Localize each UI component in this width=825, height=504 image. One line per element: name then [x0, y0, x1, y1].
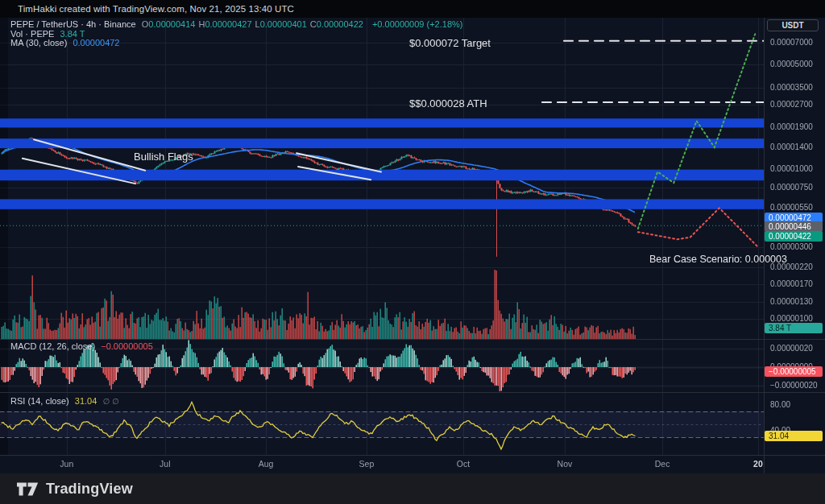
- rsi-hidden-plot-icons: ∅ ∅: [102, 397, 118, 406]
- last-price-tag: 0.00000422: [765, 231, 823, 242]
- time-axis-label: Aug: [259, 459, 274, 469]
- price-tick-label: 0.00000750: [770, 183, 813, 192]
- price-tick-label: 80.00: [770, 400, 790, 409]
- ohlc-value: 0.00000422: [317, 19, 363, 29]
- tradingview-chart-window: TimHakki created with TradingView.com, N…: [0, 0, 825, 504]
- price-tick-label: 0.00001400: [770, 143, 813, 151]
- ath-annotation[interactable]: $$0.000028 ATH: [409, 97, 487, 109]
- price-tick-label: 0.00000130: [770, 297, 813, 306]
- currency-toggle-button[interactable]: USDT: [767, 19, 819, 31]
- price-tick-label: 0.00005000: [770, 60, 813, 68]
- price-tick-label: 0.00000020: [770, 344, 813, 353]
- ma-legend-row[interactable]: MA (30, close) 0.00000472: [10, 38, 123, 48]
- ohlc-value: 0.00000427: [205, 19, 251, 29]
- rsi-value-tag: 31.04: [765, 431, 823, 441]
- ma-value: 0.00000472: [73, 38, 119, 48]
- rsi-label: RSI (14, close): [10, 396, 69, 406]
- rsi-legend-row[interactable]: RSI (14, close) 31.04 ∅ ∅: [10, 396, 122, 406]
- time-axis-label: Nov: [558, 459, 573, 469]
- price-tick-label: 0.00000220: [770, 262, 813, 271]
- volume-value-tag: 3.84 T: [765, 323, 823, 333]
- tradingview-logo-icon[interactable]: [17, 481, 39, 497]
- ohlc-values: O0.00000414H0.00000427L0.00000401C0.0000…: [142, 19, 367, 29]
- time-axis-label: Jul: [160, 459, 170, 469]
- macd-value-tag: −0.00000005: [765, 366, 823, 377]
- attribution-text: TimHakki created with TradingView.com, N…: [18, 4, 294, 14]
- ohlc-value: 0.00000414: [148, 19, 195, 29]
- rsi-value: 31.04: [75, 396, 97, 406]
- attribution-bar: TimHakki created with TradingView.com, N…: [0, 0, 825, 18]
- price-tick-label: −0.00000020: [770, 381, 818, 390]
- price-tick-label: 0.00001900: [770, 122, 813, 131]
- bear-case-annotation[interactable]: Bear Case Scenario: 0.000003: [649, 254, 787, 265]
- symbol-title: PEPE / TetherUS · 4h · Binance: [10, 19, 136, 29]
- macd-label: MACD (12, 26, close): [10, 341, 95, 351]
- macd-value: −0.00000005: [101, 341, 153, 351]
- price-tick-label: 0.00001000: [770, 164, 813, 173]
- price-chart-canvas[interactable]: [0, 0, 825, 504]
- time-axis-label: 20: [753, 459, 763, 469]
- ohlc-key: C: [310, 19, 317, 29]
- macd-legend-row[interactable]: MACD (12, 26, close) −0.00000005: [10, 341, 156, 351]
- symbol-legend-row[interactable]: PEPE / TetherUS · 4h · Binance O0.000004…: [10, 19, 466, 29]
- price-tick-label: 0.00000550: [770, 203, 813, 212]
- time-axis-label: Dec: [655, 459, 670, 469]
- price-change: +0.00000009 (+2.18%): [372, 19, 463, 29]
- footer-bar: TradingView: [0, 473, 825, 504]
- ohlc-key: L: [255, 19, 260, 29]
- price-tick-label: 0.00007000: [770, 38, 813, 47]
- price-tick-label: 0.00000170: [770, 279, 813, 288]
- time-axis-label: Jun: [60, 459, 73, 469]
- time-axis-label: Oct: [457, 459, 470, 469]
- ohlc-value: 0.00000401: [260, 19, 307, 29]
- price-tick-label: 0.00000300: [770, 242, 813, 251]
- bullish-flags-annotation[interactable]: Bullish Flags: [134, 151, 193, 163]
- time-axis-label: Sep: [359, 459, 375, 469]
- price-tick-label: 0.00002700: [770, 100, 813, 109]
- ma-label: MA (30, close): [10, 38, 67, 48]
- price-tick-label: 0.00003500: [770, 83, 813, 92]
- target-annotation[interactable]: $0.000072 Target: [409, 37, 491, 49]
- price-tick-label: 0.00000100: [770, 314, 813, 323]
- tradingview-wordmark[interactable]: TradingView: [46, 481, 133, 498]
